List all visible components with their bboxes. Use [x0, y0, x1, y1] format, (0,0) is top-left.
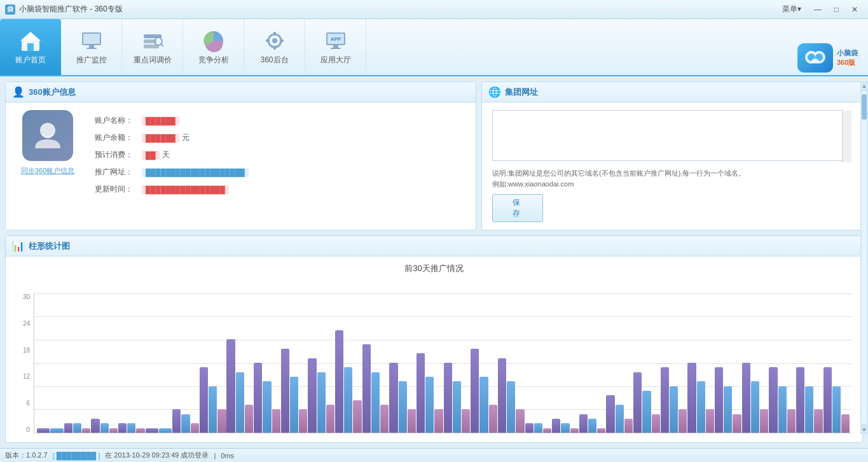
bar [344, 367, 352, 433]
tab-keywords[interactable]: 重点词调价 [122, 19, 183, 75]
bar [100, 423, 109, 433]
bar [624, 419, 633, 433]
bar [191, 423, 199, 433]
bar [317, 372, 326, 433]
account-icon: 👤 [12, 86, 25, 98]
bar [507, 381, 515, 433]
bar [172, 409, 181, 433]
bar-group [146, 428, 172, 433]
bar [498, 358, 506, 433]
bar [118, 423, 127, 433]
bar [733, 414, 741, 433]
bar [570, 428, 579, 433]
group-panel-title: 集团网址 [505, 87, 538, 98]
app-title: 小脑袋智能推广软件 - 360专版 [19, 4, 123, 15]
detail-row-consume: 预计消费： ██ 天 [95, 150, 249, 160]
bar [462, 409, 470, 433]
tab-appstore[interactable]: APP 应用大厅 [305, 19, 366, 75]
bar-group [254, 363, 280, 433]
bar-group [633, 372, 660, 433]
bar [633, 372, 642, 433]
bar-group [172, 409, 199, 433]
logo-brain-icon [797, 43, 833, 73]
bar [679, 409, 687, 433]
bar [706, 409, 714, 433]
balance-unit: 元 [182, 132, 189, 143]
svg-rect-16 [273, 46, 276, 50]
login-info: 在 2013-10-29 09:23:49 成功登录 [105, 451, 209, 460]
svg-rect-2 [27, 43, 34, 51]
account-panel: 👤 360账户信息 同步360账户信息 [5, 81, 476, 230]
save-button[interactable]: 保 存 [492, 194, 543, 222]
textarea-wrapper [492, 110, 852, 163]
bar [200, 367, 208, 433]
tab-analysis-label: 竞争分析 [198, 55, 229, 66]
tab-appstore-label: 应用大厅 [320, 55, 351, 66]
bar-group [579, 414, 606, 433]
bar [326, 405, 334, 433]
update-label: 更新时间： [95, 184, 139, 195]
avatar-area: 同步360账户信息 [16, 110, 79, 176]
bar [534, 423, 542, 433]
bar [399, 381, 407, 433]
svg-point-28 [811, 59, 819, 64]
bar [91, 419, 99, 433]
bar [308, 358, 316, 433]
minimize-button[interactable]: — [809, 4, 827, 15]
group-note: 说明:集团网址是您公司的其它域名(不包含当前账户推广网址),每一行为一个域名。 … [492, 168, 745, 189]
tab-monitor[interactable]: 推广监控 [61, 19, 122, 75]
group-textarea[interactable] [492, 110, 843, 161]
bar-group [498, 358, 525, 433]
bar-group [715, 367, 741, 433]
account-panel-body: 同步360账户信息 账户名称： ██████ 账户余额： ██████ 元 预计… [6, 102, 476, 202]
bar [181, 414, 189, 433]
scroll-up-button[interactable]: ▲ [860, 81, 868, 90]
bars-container [34, 293, 852, 433]
detail-row-name: 账户名称： ██████ [95, 115, 249, 126]
scroll-down-button[interactable]: ▼ [860, 425, 868, 434]
bar [109, 428, 118, 433]
bar [588, 419, 596, 433]
bar [263, 381, 271, 433]
bar-group [91, 419, 118, 433]
bar [335, 330, 343, 433]
bar-group [444, 363, 471, 433]
bar [642, 391, 651, 433]
bar [489, 405, 497, 433]
bar [146, 428, 158, 433]
bar [552, 419, 560, 433]
bar-group [796, 367, 823, 433]
detail-row-url: 推广网址： ████████████████████ [95, 167, 249, 178]
appstore-icon: APP [324, 29, 347, 52]
svg-rect-4 [83, 34, 100, 44]
tab-home-label: 账户首页 [15, 55, 46, 66]
bar-group [687, 363, 714, 433]
monitor-icon [80, 29, 103, 52]
scrollbar[interactable]: ▲ ▼ [860, 81, 868, 434]
svg-point-29 [40, 123, 55, 138]
scroll-thumb[interactable] [862, 94, 867, 120]
bar [597, 428, 605, 433]
bar [652, 414, 660, 433]
bar [841, 414, 850, 433]
bar-group [64, 423, 91, 433]
bar [796, 367, 804, 433]
tab-home[interactable]: 账户首页 [0, 19, 61, 75]
tab-analysis[interactable]: 竞争分析 [183, 19, 244, 75]
bar [616, 405, 624, 433]
bar [281, 349, 289, 433]
bar [516, 409, 524, 433]
close-button[interactable]: ✕ [846, 4, 863, 15]
bar-group [552, 419, 579, 433]
sync-label[interactable]: 同步360账户信息 [21, 166, 74, 176]
bar [687, 363, 696, 433]
tab-backend[interactable]: 360后台 [244, 19, 305, 75]
bar-group [769, 367, 796, 433]
menu-button[interactable]: 菜单▾ [777, 3, 806, 16]
bar [823, 367, 832, 433]
maximize-button[interactable]: □ [829, 4, 844, 15]
bar-group [308, 358, 334, 433]
chart-panel-title: 柱形统计图 [29, 241, 70, 252]
bar [50, 428, 63, 433]
bar-group [226, 339, 253, 433]
